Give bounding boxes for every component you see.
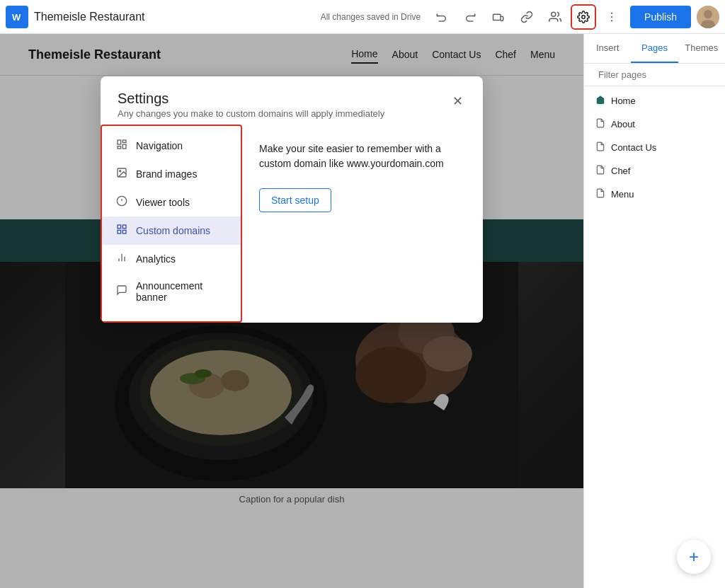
page-item-home[interactable]: Home bbox=[584, 89, 725, 113]
svg-rect-35 bbox=[118, 230, 121, 234]
navigation-label: Navigation bbox=[136, 140, 183, 151]
svg-rect-27 bbox=[118, 146, 121, 149]
svg-rect-26 bbox=[122, 144, 126, 149]
redo-button[interactable] bbox=[457, 4, 483, 30]
dialog-close-button[interactable]: ✕ bbox=[450, 91, 466, 112]
settings-button[interactable] bbox=[571, 4, 596, 30]
document-title: Themeisle Restaurant bbox=[34, 11, 145, 23]
page-item-contact[interactable]: Contact Us bbox=[584, 136, 725, 159]
start-setup-button[interactable]: Start setup bbox=[259, 188, 331, 212]
page-item-about[interactable]: About bbox=[584, 113, 725, 136]
filter-pages-input[interactable] bbox=[598, 69, 717, 80]
chef-page-icon bbox=[595, 165, 605, 177]
svg-point-9 bbox=[704, 10, 712, 18]
analytics-label: Analytics bbox=[136, 253, 176, 265]
dialog-subtitle: Any changes you make to custom domains w… bbox=[118, 108, 384, 119]
devices-button[interactable] bbox=[486, 4, 511, 30]
sidebar-item-analytics[interactable]: Analytics bbox=[102, 245, 241, 273]
tab-themes[interactable]: Themes bbox=[678, 34, 725, 63]
app-logo: W bbox=[6, 6, 28, 28]
link-button[interactable] bbox=[514, 4, 540, 30]
svg-point-7 bbox=[611, 20, 612, 21]
sidebar-item-custom-domains[interactable]: Custom domains bbox=[102, 217, 241, 245]
svg-point-4 bbox=[582, 15, 586, 18]
panel-tabs: Insert Pages Themes bbox=[584, 34, 725, 64]
svg-point-5 bbox=[611, 12, 612, 13]
publish-button[interactable]: Publish bbox=[630, 6, 691, 28]
svg-point-3 bbox=[552, 12, 556, 16]
svg-rect-25 bbox=[122, 140, 126, 142]
svg-rect-2 bbox=[493, 14, 501, 20]
contact-page-icon bbox=[595, 142, 605, 154]
svg-text:W: W bbox=[12, 12, 21, 23]
tab-pages[interactable]: Pages bbox=[631, 34, 678, 63]
settings-dialog-overlay[interactable]: Settings Any changes you make to custom … bbox=[0, 34, 583, 588]
page-label-contact: Contact Us bbox=[611, 142, 656, 153]
analytics-icon bbox=[116, 252, 127, 266]
svg-rect-34 bbox=[122, 225, 126, 229]
preview-area[interactable]: Themeisle Restaurant Home About Contact … bbox=[0, 34, 583, 588]
page-label-chef: Chef bbox=[611, 166, 630, 176]
home-page-icon bbox=[595, 95, 605, 107]
dialog-content: Make your site easier to remember with a… bbox=[242, 125, 483, 323]
page-label-about: About bbox=[611, 119, 635, 129]
svg-point-6 bbox=[611, 16, 612, 17]
dialog-content-text: Make your site easier to remember with a… bbox=[259, 142, 466, 171]
svg-rect-36 bbox=[122, 230, 126, 234]
svg-point-29 bbox=[120, 171, 121, 172]
viewer-tools-label: Viewer tools bbox=[136, 197, 190, 208]
settings-dialog: Settings Any changes you make to custom … bbox=[101, 76, 483, 323]
page-label-home: Home bbox=[611, 96, 636, 106]
sidebar-item-navigation[interactable]: Navigation bbox=[102, 132, 241, 160]
about-page-icon bbox=[595, 118, 605, 130]
viewer-tools-icon bbox=[116, 195, 127, 209]
menu-page-icon bbox=[595, 188, 605, 200]
dialog-header: Settings Any changes you make to custom … bbox=[101, 76, 483, 125]
save-status: All changes saved in Drive bbox=[321, 12, 421, 22]
page-item-chef[interactable]: Chef bbox=[584, 159, 725, 183]
right-panel: Insert Pages Themes Home bbox=[583, 34, 725, 588]
toolbar: W Themeisle Restaurant All changes saved… bbox=[0, 0, 725, 34]
undo-button[interactable] bbox=[429, 4, 455, 30]
sidebar-item-viewer-tools[interactable]: Viewer tools bbox=[102, 188, 241, 217]
brand-images-icon bbox=[116, 167, 127, 181]
announcement-icon bbox=[116, 284, 127, 299]
share-button[interactable] bbox=[542, 4, 568, 30]
page-item-menu[interactable]: Menu bbox=[584, 183, 725, 206]
svg-rect-24 bbox=[118, 140, 121, 144]
svg-rect-33 bbox=[118, 225, 121, 229]
main-layout: Themeisle Restaurant Home About Contact … bbox=[0, 34, 725, 588]
tab-insert[interactable]: Insert bbox=[584, 34, 631, 63]
pages-list: Home About Contact Us Chef bbox=[584, 86, 725, 588]
user-avatar[interactable] bbox=[697, 6, 719, 28]
page-label-menu: Menu bbox=[611, 189, 634, 200]
brand-images-label: Brand images bbox=[136, 168, 197, 180]
custom-domains-icon bbox=[116, 224, 127, 238]
more-button[interactable] bbox=[599, 4, 624, 30]
custom-domains-label: Custom domains bbox=[136, 225, 210, 236]
filter-bar bbox=[584, 64, 725, 86]
announcement-label: Announcement banner bbox=[136, 280, 227, 303]
sidebar-item-brand-images[interactable]: Brand images bbox=[102, 160, 241, 188]
dialog-body: Navigation Brand images bbox=[101, 125, 483, 323]
dialog-sidebar: Navigation Brand images bbox=[101, 125, 242, 323]
sidebar-item-announcement[interactable]: Announcement banner bbox=[102, 273, 241, 310]
navigation-icon bbox=[116, 139, 127, 153]
add-page-button[interactable]: + bbox=[677, 540, 711, 574]
dialog-title: Settings bbox=[118, 91, 384, 107]
